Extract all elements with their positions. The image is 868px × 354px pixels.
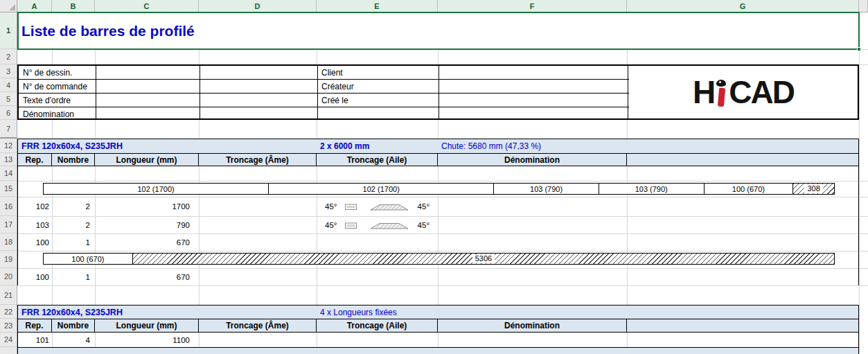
cell-longueur[interactable]: 1100 xyxy=(95,333,199,347)
col-header-longueur[interactable]: Longueur (mm) xyxy=(95,154,199,166)
title-cell[interactable]: Liste de barres de profilé xyxy=(17,12,859,49)
column-header-E[interactable]: E xyxy=(317,0,438,12)
label-created[interactable]: Créé le xyxy=(317,94,348,107)
column-header-G[interactable]: G xyxy=(627,0,859,12)
col-header-denomination[interactable]: Dénomination xyxy=(438,154,627,166)
row-header-7[interactable]: 7 xyxy=(0,120,17,139)
gridline-v xyxy=(859,12,860,354)
row-header-1[interactable]: 1 xyxy=(0,12,17,49)
row-header-24[interactable]: 24 xyxy=(0,333,17,347)
section-header-row[interactable]: FRR 120x60x4, S235JRH 2 x 6000 mm Chute:… xyxy=(17,139,859,153)
cell-denomination[interactable] xyxy=(438,197,627,216)
row-header-15[interactable]: 15 xyxy=(0,181,17,197)
cell-extra[interactable] xyxy=(627,197,859,216)
cell-rep[interactable]: 100 xyxy=(17,268,52,285)
row-header-2[interactable]: 2 xyxy=(0,49,17,64)
col-header-denomination[interactable]: Dénomination xyxy=(438,319,627,332)
column-header-partial[interactable] xyxy=(859,0,868,12)
col-header-troncage-aile[interactable]: Troncage (Aile) xyxy=(317,319,438,332)
row-header-16[interactable]: 16 xyxy=(0,197,17,216)
cell-troncage-aile[interactable] xyxy=(317,268,438,285)
stock-quantity: 4 x Longueurs fixées xyxy=(320,306,397,319)
label-denomination[interactable]: Dénomination xyxy=(19,107,74,121)
col-header-troncage-aile[interactable]: Troncage (Aile) xyxy=(317,154,438,166)
row-header-5[interactable]: 5 xyxy=(0,92,17,106)
cell-nombre[interactable]: 2 xyxy=(52,216,95,233)
row-header-23[interactable]: 23 xyxy=(0,319,17,333)
cell-nombre[interactable]: 1 xyxy=(52,233,95,251)
row-header-12[interactable]: 12 xyxy=(0,139,17,153)
table-row[interactable]: 102 2 1700 45° 45° xyxy=(17,197,859,216)
cell-troncage-aile[interactable]: 45° 45° xyxy=(317,197,438,216)
row-header-3[interactable]: 3 xyxy=(0,64,17,78)
table-row[interactable]: 100 1 670 xyxy=(17,268,859,285)
label-order-no[interactable]: N° de commande xyxy=(19,80,87,94)
row-header-20[interactable]: 20 xyxy=(0,268,17,285)
cell-rep[interactable]: 103 xyxy=(17,216,52,233)
label-creator[interactable]: Créateur xyxy=(317,80,354,94)
column-header-B[interactable]: B xyxy=(52,0,95,12)
table-row[interactable]: 101 4 1100 xyxy=(17,333,859,347)
table-row[interactable]: 103 2 790 45° 45° xyxy=(17,216,859,233)
cell-rep[interactable]: 102 xyxy=(17,197,52,216)
col-header-empty[interactable] xyxy=(627,319,859,332)
col-header-rep[interactable]: Rep. xyxy=(17,154,52,166)
table-row[interactable]: 100 1 670 xyxy=(17,233,859,251)
col-header-rep[interactable]: Rep. xyxy=(17,319,52,332)
cell-nombre[interactable]: 4 xyxy=(52,333,95,347)
gridline-h xyxy=(17,49,868,50)
cell-troncage-aile[interactable]: 45° 45° xyxy=(317,216,438,233)
cell-extra[interactable] xyxy=(627,268,859,285)
selection-fill-handle[interactable] xyxy=(857,47,861,51)
col-header-nombre[interactable]: Nombre xyxy=(52,319,95,332)
row-header-6[interactable]: 6 xyxy=(0,106,17,120)
label-drawing-no[interactable]: N° de dessin. xyxy=(19,66,73,80)
label-client[interactable]: Client xyxy=(317,66,343,80)
cell-troncage-ame[interactable] xyxy=(199,216,317,233)
row-header-18[interactable]: 18 xyxy=(0,233,17,251)
row-header-22[interactable]: 22 xyxy=(0,305,17,319)
hicad-logo: HCAD xyxy=(693,76,794,108)
col-header-nombre[interactable]: Nombre xyxy=(52,154,95,166)
cell-longueur[interactable]: 670 xyxy=(95,233,199,251)
column-header-A[interactable]: A xyxy=(17,0,52,12)
row-header-14[interactable]: 14 xyxy=(0,166,17,181)
column-header-C[interactable]: C xyxy=(95,0,199,12)
cell-rep[interactable]: 100 xyxy=(17,233,52,251)
cell-troncage-ame[interactable] xyxy=(199,333,317,347)
column-header-F[interactable]: F xyxy=(438,0,627,12)
section-header-row[interactable]: FRR 120x60x4, S235JRH 4 x Longueurs fixé… xyxy=(17,305,859,319)
col-header-empty[interactable] xyxy=(627,154,859,166)
col-header-troncage-ame[interactable]: Troncage (Âme) xyxy=(199,319,317,332)
cell-troncage-ame[interactable] xyxy=(199,233,317,251)
cell-troncage-ame[interactable] xyxy=(199,268,317,285)
row-header-21[interactable]: 21 xyxy=(0,285,17,305)
cell-longueur[interactable]: 670 xyxy=(95,268,199,285)
row-header-17[interactable]: 17 xyxy=(0,216,17,233)
cell-denomination[interactable] xyxy=(438,216,627,233)
cell-longueur[interactable]: 790 xyxy=(95,216,199,233)
column-header-D[interactable]: D xyxy=(199,0,317,12)
cell-troncage-aile[interactable] xyxy=(317,233,438,251)
cell-nombre[interactable]: 2 xyxy=(52,197,95,216)
bar-segment-label: 100 (670) xyxy=(71,255,104,263)
cell-denomination[interactable] xyxy=(438,333,627,347)
cell-troncage-aile[interactable] xyxy=(317,333,438,347)
col-header-troncage-ame[interactable]: Troncage (Âme) xyxy=(199,154,317,166)
cell-denomination[interactable] xyxy=(438,268,627,285)
cell-extra[interactable] xyxy=(627,216,859,233)
row-header-19[interactable]: 19 xyxy=(0,251,17,268)
col-header-longueur[interactable]: Longueur (mm) xyxy=(95,319,199,332)
cell-longueur[interactable]: 1700 xyxy=(95,197,199,216)
cell-troncage-ame[interactable] xyxy=(199,197,317,216)
cell-extra[interactable] xyxy=(627,333,859,347)
select-all-triangle-icon xyxy=(9,4,15,10)
select-all-corner[interactable] xyxy=(0,0,17,12)
row-header-13[interactable]: 13 xyxy=(0,153,17,166)
cell-rep[interactable]: 101 xyxy=(17,333,52,347)
cell-denomination[interactable] xyxy=(438,233,627,251)
label-order-text[interactable]: Texte d'ordre xyxy=(19,94,71,107)
cell-extra[interactable] xyxy=(627,233,859,251)
cell-nombre[interactable]: 1 xyxy=(52,268,95,285)
row-header-4[interactable]: 4 xyxy=(0,78,17,92)
